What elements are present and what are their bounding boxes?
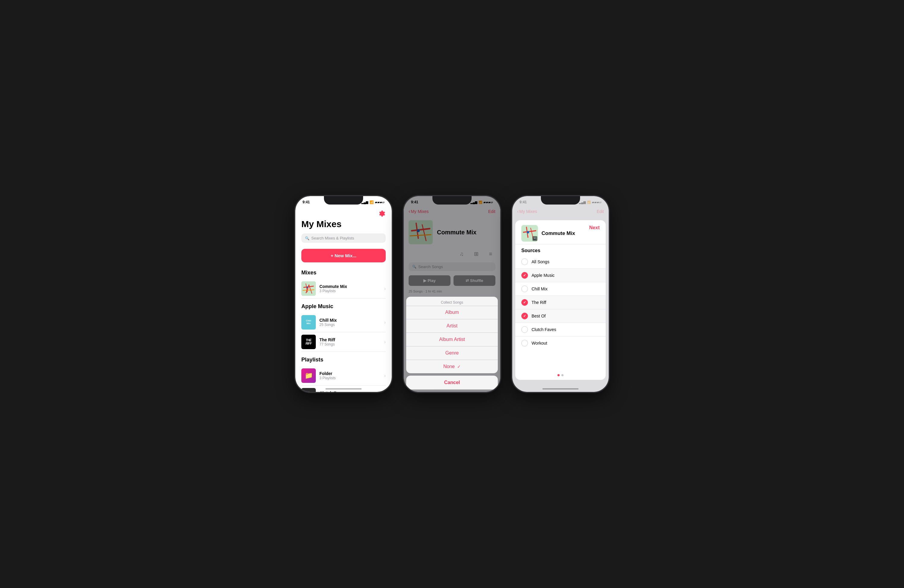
riff-thumb: THERIFF — [301, 335, 316, 349]
none-label: None — [443, 364, 455, 369]
notch-1 — [324, 196, 363, 205]
phone-1-content: My Mixes 🔍 Search Mixes & Playlists + Ne… — [295, 207, 392, 392]
phone-2: 9:41 ▂▄▆ 📶 ▰▰▰▱ ‹ My Mixes Edit — [404, 196, 500, 392]
home-indicator-1 — [326, 388, 362, 389]
action-item-none[interactable]: None ✓ — [406, 360, 498, 373]
chill-art: ChillMix — [301, 315, 316, 329]
source-name-apple-music: Apple Music — [531, 273, 555, 278]
list-item-chill[interactable]: ChillMix Chill Mix 25 Songs › — [301, 313, 386, 332]
source-item-workout[interactable]: Workout — [515, 336, 606, 350]
phone-3: 9:41 ▂▄▆ 📶 ▰▰▰▱ ‹ My Mixes Edit — [512, 196, 609, 392]
chill-info: Chill Mix 25 Songs — [319, 318, 384, 327]
radio-workout — [521, 340, 528, 347]
action-item-genre[interactable]: Genre — [406, 347, 498, 360]
camera-icon[interactable]: 📷 — [533, 236, 537, 241]
riff-name: The Riff — [319, 337, 384, 342]
modal-mix-thumb: 📷 — [521, 225, 538, 241]
playlists-section: Playlists 📁 Folder 3 Playlists › — [301, 357, 386, 392]
wifi-icon-1: 📶 — [370, 200, 374, 204]
radio-all-songs — [521, 259, 528, 265]
phone-1-screen: 9:41 ▂▄▆ 📶 ▰▰▰▱ My Mixes 🔍 Search Mixes … — [295, 196, 392, 392]
riff-chevron: › — [384, 339, 386, 344]
radio-the-riff: ✓ — [521, 299, 528, 306]
status-icons-1: ▂▄▆ 📶 ▰▰▰▱ — [361, 200, 384, 204]
mixes-section-title: Mixes — [301, 270, 386, 276]
list-item-commute[interactable]: Commute Mix 3 Playlists › — [301, 279, 386, 298]
list-item-folder[interactable]: 📁 Folder 3 Playlists › — [301, 366, 386, 386]
sources-modal: 📷 Commute Mix Next Sources All Songs ✓ A… — [515, 220, 606, 380]
notch-3 — [541, 196, 580, 205]
phone-1: 9:41 ▂▄▆ 📶 ▰▰▰▱ My Mixes 🔍 Search Mixes … — [295, 196, 392, 392]
source-item-apple-music[interactable]: ✓ Apple Music — [515, 269, 606, 282]
folder-chevron: › — [384, 373, 386, 378]
radio-chill-mix — [521, 285, 528, 292]
modal-header: 📷 Commute Mix Next — [515, 220, 606, 244]
modal-mix-info: 📷 Commute Mix — [521, 225, 575, 241]
source-item-clutch-faves[interactable]: Clutch Faves — [515, 323, 606, 336]
phone-3-screen: 9:41 ▂▄▆ 📶 ▰▰▰▱ ‹ My Mixes Edit — [512, 196, 609, 392]
folder-info: Folder 3 Playlists — [319, 371, 384, 380]
chill-name: Chill Mix — [319, 318, 384, 323]
modal-mix-name: Commute Mix — [542, 230, 575, 236]
list-item-riff[interactable]: THERIFF The Riff 77 Songs › — [301, 332, 386, 352]
source-name-the-riff: The Riff — [531, 300, 546, 305]
home-indicator-3 — [542, 388, 578, 389]
commute-chevron: › — [384, 286, 386, 291]
page-title-1: My Mixes — [301, 219, 386, 229]
status-time-1: 9:41 — [303, 200, 310, 204]
clutch-name: Clutch Faves — [319, 391, 384, 392]
action-item-album[interactable]: Album — [406, 306, 498, 319]
screen-header-1 — [301, 207, 386, 219]
folder-thumb: 📁 — [301, 369, 316, 383]
source-item-best-of[interactable]: ✓ Best Of — [515, 309, 606, 323]
source-name-chill-mix: Chill Mix — [531, 287, 547, 291]
source-item-chill-mix[interactable]: Chill Mix — [515, 282, 606, 296]
folder-name: Folder — [319, 371, 384, 376]
svg-point-5 — [307, 287, 308, 288]
chill-chevron: › — [384, 320, 386, 325]
clutch-art: CLUTCH — [301, 388, 316, 392]
check-the-riff: ✓ — [523, 300, 526, 304]
apple-music-section: Apple Music ChillMix Chill Mix 25 Songs … — [301, 303, 386, 352]
radio-apple-music: ✓ — [521, 272, 528, 279]
radio-best-of: ✓ — [521, 313, 528, 319]
commute-info: Commute Mix 3 Playlists — [319, 284, 384, 293]
page-dots — [515, 370, 606, 380]
action-item-artist[interactable]: Artist — [406, 319, 498, 333]
action-item-album-artist[interactable]: Album Artist — [406, 333, 498, 347]
clutch-thumb: CLUTCH — [301, 388, 316, 392]
gear-icon[interactable] — [377, 210, 386, 218]
next-button[interactable]: Next — [589, 225, 600, 230]
source-item-the-riff[interactable]: ✓ The Riff — [515, 296, 606, 309]
commute-name: Commute Mix — [319, 284, 384, 289]
riff-sub: 77 Songs — [319, 342, 384, 347]
search-bar-1[interactable]: 🔍 Search Mixes & Playlists — [301, 233, 386, 243]
source-name-best-of: Best Of — [531, 314, 546, 318]
commute-sub: 3 Playlists — [319, 289, 384, 293]
sources-section-title: Sources — [515, 244, 606, 255]
action-sheet-title: Collect Songs — [406, 297, 498, 306]
battery-icon-1: ▰▰▰▱ — [375, 201, 384, 204]
check-apple-music: ✓ — [523, 273, 526, 277]
riff-art: THERIFF — [301, 335, 316, 349]
action-cancel-button[interactable]: Cancel — [406, 376, 498, 389]
mixes-section: Mixes — [301, 270, 386, 298]
source-name-all-songs: All Songs — [531, 259, 549, 264]
chill-thumb: ChillMix — [301, 315, 316, 329]
search-icon-1: 🔍 — [305, 236, 310, 240]
radio-clutch-faves — [521, 326, 528, 333]
action-sheet-container: Collect Songs Album Artist Album Artist … — [406, 297, 498, 374]
folder-sub: 3 Playlists — [319, 376, 384, 380]
dot-2 — [561, 374, 564, 376]
action-sheet: Collect Songs Album Artist Album Artist … — [404, 297, 500, 392]
new-mix-button[interactable]: + New Mix... — [301, 249, 386, 262]
playlists-title: Playlists — [301, 357, 386, 363]
riff-info: The Riff 77 Songs — [319, 337, 384, 347]
clutch-info: Clutch Faves 25 Songs — [319, 391, 384, 392]
source-name-workout: Workout — [531, 341, 547, 345]
check-icon: ✓ — [457, 364, 461, 369]
source-item-all-songs[interactable]: All Songs — [515, 255, 606, 269]
commute-map-thumb — [301, 281, 316, 296]
chill-sub: 25 Songs — [319, 323, 384, 327]
dot-1 — [558, 374, 559, 376]
